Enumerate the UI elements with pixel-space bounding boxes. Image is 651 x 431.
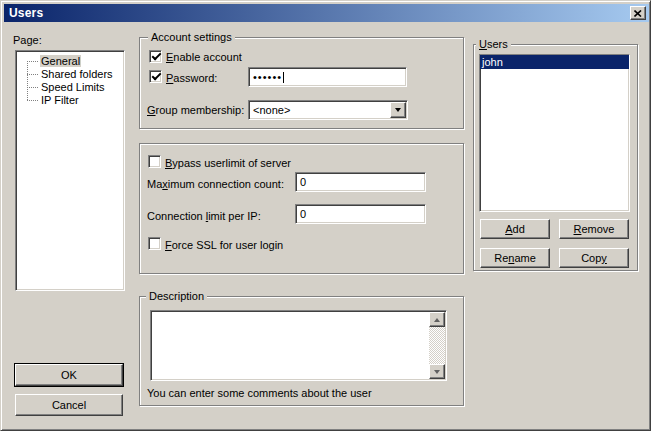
connection-limit-ip-input[interactable]: 0 (295, 204, 426, 224)
tree-item-label: Speed Limits (40, 81, 106, 93)
account-settings-title: Account settings (148, 31, 235, 44)
tree-item-label: Shared folders (40, 68, 114, 80)
text-caret (283, 72, 284, 83)
close-button[interactable] (630, 6, 646, 20)
group-membership-label: Group membership: (147, 104, 244, 117)
page-label: Page: (13, 34, 42, 47)
account-settings-group: Account settings Enable account Password… (139, 37, 464, 129)
connection-limit-ip-label: Connection limit per IP: (147, 210, 261, 223)
connection-limit-ip-value: 0 (300, 208, 306, 220)
users-group: Users john Add Remove Rename Copy (473, 44, 638, 271)
description-scrollbar[interactable] (429, 312, 445, 379)
users-list[interactable]: john (479, 54, 630, 212)
copy-user-button[interactable]: Copy (559, 248, 629, 268)
window-title: Users (9, 6, 43, 20)
rename-user-button[interactable]: Rename (480, 248, 550, 268)
password-value: •••••• (253, 71, 282, 83)
users-group-title: Users (476, 38, 511, 51)
tree-item-shared-folders[interactable]: Shared folders (16, 68, 124, 81)
scroll-up-button[interactable] (429, 312, 445, 327)
cancel-button[interactable]: Cancel (15, 394, 123, 416)
arrow-down-icon (434, 370, 440, 374)
tree-item-speed-limits[interactable]: Speed Limits (16, 81, 124, 94)
description-group: Description You can enter some comments … (139, 296, 464, 406)
enable-account-label[interactable]: Enable account (166, 51, 242, 64)
ok-button[interactable]: OK (15, 364, 123, 386)
tree-item-label: IP Filter (40, 94, 80, 106)
max-connection-value: 0 (300, 176, 306, 188)
combo-dropdown-button[interactable] (390, 102, 406, 118)
group-membership-select[interactable]: <none> (248, 100, 408, 120)
limits-group: Bypass userlimit of server Maximum conne… (139, 143, 464, 274)
scroll-down-button[interactable] (429, 364, 445, 379)
password-label[interactable]: Password: (166, 72, 217, 85)
close-icon (634, 10, 642, 17)
description-hint: You can enter some comments about the us… (147, 387, 372, 400)
chevron-down-icon (395, 108, 401, 112)
tree-item-general[interactable]: General (16, 55, 124, 68)
password-input[interactable]: •••••• (248, 67, 407, 87)
max-connection-input[interactable]: 0 (295, 172, 426, 192)
user-name: john (482, 56, 503, 68)
tree-item-label: General (40, 55, 81, 67)
user-list-item[interactable]: john (480, 55, 629, 69)
add-user-button[interactable]: Add (480, 219, 550, 239)
force-ssl-label[interactable]: Force SSL for user login (165, 239, 283, 252)
users-dialog: Users Page: General Shared folders Speed… (0, 0, 651, 431)
bypass-userlimit-checkbox[interactable] (148, 155, 161, 168)
password-checkbox[interactable] (149, 70, 162, 83)
arrow-up-icon (434, 318, 440, 322)
group-membership-value: <none> (253, 104, 290, 116)
max-connection-label: Maximum connection count: (147, 178, 284, 191)
page-tree: General Shared folders Speed Limits IP F… (15, 50, 125, 291)
remove-user-button[interactable]: Remove (559, 219, 629, 239)
enable-account-checkbox[interactable] (149, 50, 162, 63)
bypass-userlimit-label[interactable]: Bypass userlimit of server (165, 157, 291, 170)
title-bar[interactable]: Users (4, 4, 649, 22)
tree-item-ip-filter[interactable]: IP Filter (16, 94, 124, 107)
force-ssl-checkbox[interactable] (148, 237, 161, 250)
description-textarea[interactable] (150, 310, 447, 381)
description-title: Description (146, 290, 207, 303)
scrollbar-track[interactable] (429, 327, 445, 364)
